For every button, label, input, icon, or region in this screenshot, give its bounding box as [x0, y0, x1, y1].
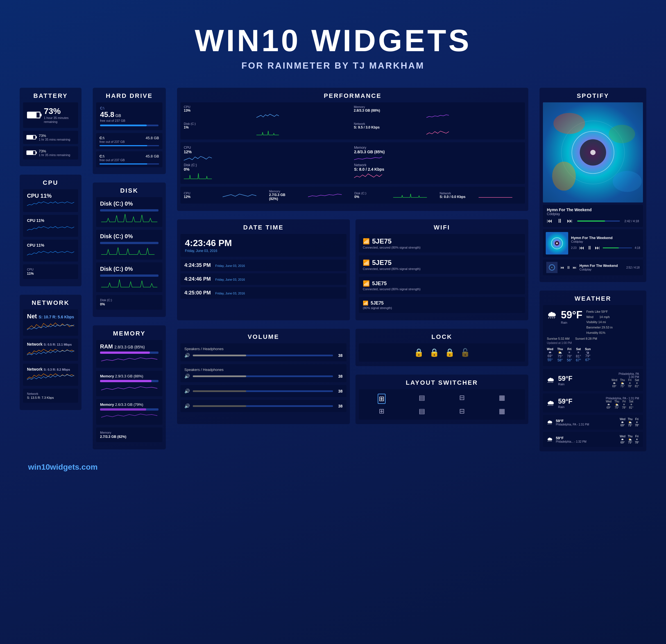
performance-section: PERFORMANCE CPU 13% Memory 2.8/3.3 GB (8…	[177, 88, 528, 211]
weather-sm-2-sat: Sat☀81°	[629, 400, 633, 409]
dt-sm-1-time: 4:24:35 PM	[185, 262, 211, 268]
spotify-prog-fill-lg	[577, 220, 605, 222]
spotify-time-lg: 2:42 / 4:18	[625, 219, 639, 223]
vol-1-bar[interactable]	[193, 355, 333, 356]
disk-bar-wrap-1	[100, 209, 158, 211]
mem-widget-1: RAM 2.8/3.3 GB (85%)	[96, 340, 162, 368]
wifi-ssid-4: 5JE75	[371, 301, 384, 306]
spotify-med-info: Hymn For The Weekend Coldplay 2:23 ⏮ ⏸ ⏭…	[571, 236, 640, 251]
weather-bar-1: 🌧 59°F Philadelphia, PA - 1:31 PM Wed🌧69…	[543, 415, 643, 430]
spotify-sm-next-btn[interactable]: ⏭	[573, 265, 577, 270]
mem-val-4: 2.7/3.3 GB (82%)	[100, 435, 158, 439]
weather-big-condition: Rain	[561, 321, 582, 324]
spotify-med-play-btn[interactable]: ⏸	[587, 245, 592, 251]
mem-bar-2	[100, 380, 158, 382]
cpu-widget-1: CPU 11%	[23, 189, 78, 212]
weather-bar-1-icon: 🌧	[547, 419, 553, 426]
perf-3-net-label: Network	[440, 191, 466, 195]
weather-sm-2: 🌧 59°F Rain Philadelphia, PA - 1:31 PM W…	[543, 393, 643, 412]
weather-title: WEATHER	[543, 295, 643, 302]
vol-widget-3: 🔊 38	[180, 385, 347, 397]
dt-sm-2-time: 4:24:46 PM	[185, 276, 211, 282]
spotify-med-time-l: 2:23	[571, 247, 576, 250]
perf-3-disk-label: Disk (C:)	[354, 191, 381, 195]
cpu-label-3: CPU 11%	[27, 243, 74, 248]
spotify-med-prev-btn[interactable]: ⏮	[579, 245, 584, 251]
footer-url: win10widgets.com	[28, 463, 98, 471]
disk-widget-2: Disk (C:) 0%	[96, 230, 162, 259]
perf-1-mem: Memory 2.8/3.3 GB (88%)	[354, 105, 522, 120]
hd-big-sub: free out of 237 GB	[100, 119, 158, 122]
lock-icon-3[interactable]: 🔒	[445, 348, 455, 357]
mem-widget-2: Memory 2.9/3.3 GB (88%)	[96, 371, 162, 396]
layout-icon-2[interactable]: ▤	[419, 394, 425, 404]
weather-sm-1-thu: Thu⛅75°	[620, 378, 625, 388]
lock-icon-4[interactable]: 🔓	[460, 348, 470, 357]
wifi-name-2: 📶 5JE75	[363, 259, 521, 267]
weather-sm-1-temp: 59°F	[558, 375, 573, 383]
lock-icon-2[interactable]: 🔒	[430, 348, 439, 357]
mem-chart-3	[100, 412, 158, 420]
layout-icon-6[interactable]: ▤	[419, 407, 425, 415]
spotify-sm-prev-btn[interactable]: ⏮	[560, 265, 564, 270]
vol-2-label: Speakers / Headphones	[185, 368, 343, 372]
perf-1-disk-label: Disk (C:)	[184, 122, 352, 125]
wifi-widget-4: 📶 5JE75 (80% signal strength)	[359, 297, 525, 313]
wifi-sub-2: Connected, secured (80% signal strength)	[363, 267, 521, 271]
vol-4-fill	[193, 405, 246, 407]
net-label-3: Network S: 0.3 R: 8.2 Mbps	[27, 367, 74, 372]
layout-icon-1[interactable]: ⊞	[378, 394, 386, 404]
hd-sm-2-sub: free out of 237 GB	[100, 158, 159, 162]
vol-4-bar[interactable]	[193, 405, 333, 407]
layout-icon-5[interactable]: ⊞	[379, 407, 384, 415]
vol-3-num: 38	[336, 389, 343, 393]
perf-1-cpu-label: CPU	[184, 105, 352, 108]
mem-label-1: RAM 2.8/3.3 GB (85%)	[100, 343, 158, 350]
weather-sm-2-thu: Thu⛅75°	[614, 400, 619, 409]
lock-widget: 🔒 🔒 🔒 🔓	[359, 343, 525, 362]
layout-icon-4[interactable]: ▦	[499, 394, 505, 404]
lock-icon-1[interactable]: 🔒	[414, 348, 424, 357]
perf-1-mem-label: Memory	[354, 105, 522, 108]
battery-sm-2-info: 73% 1 hr 35 mins remaining	[39, 149, 70, 157]
weather-bar-1-info: 59°F Philadelphia, PA - 1:31 PM	[556, 419, 589, 426]
spotify-sm-artist: Coldplay	[579, 268, 623, 271]
disk-label-1: Disk (C:) 0%	[100, 201, 158, 207]
vol-2-bar[interactable]	[193, 375, 333, 377]
layout-title: LAYOUT SWITCHER	[359, 379, 525, 386]
spotify-sm-play-btn[interactable]: ⏸	[566, 265, 571, 270]
spotify-next-btn-lg[interactable]: ⏭	[567, 218, 573, 224]
weather-sunset: Sunset 8:28 PM	[575, 337, 597, 340]
layout-icon-3[interactable]: ⊟	[459, 394, 465, 404]
main-grid: BATTERY 73% 1 hour 35 minutes remaining …	[11, 88, 655, 451]
dt-big-time: 4:23:46 PM	[185, 238, 342, 248]
battery-fill-sm-2	[27, 151, 33, 154]
weather-sm-2-temp: 59°F	[558, 397, 573, 405]
perf-3-cpu-label: CPU	[184, 191, 210, 195]
net-label-2: Network S: 0.5 R: 13.1 Mbps	[27, 342, 74, 346]
spotify-sm-track: Hymn For The Weekend	[579, 264, 623, 268]
subtitle-bold: BY TJ MARKHAM	[335, 61, 425, 71]
album-art-med	[546, 232, 568, 255]
layout-icon-8[interactable]: ▦	[499, 407, 505, 415]
disk-widget-4: Disk (C:) 0%	[96, 295, 162, 310]
layout-section: LAYOUT SWITCHER ⊞ ▤ ⊟ ▦ ⊞ ▤ ⊟ ▦	[355, 375, 528, 424]
weather-sm-1-forecast: Wed🌧69° Thu⛅75° Fri☀78° Sat☀81°	[612, 378, 639, 388]
hd-big-bar	[100, 124, 158, 126]
weather-bar-2: 🌧 59°F Philadelphia... - 1:32 PM Wed🌧69°…	[543, 432, 643, 447]
main-title: WIN10 WIDGETS	[11, 22, 655, 58]
perf-1-net-label: Network	[354, 122, 522, 125]
spotify-med-next-btn[interactable]: ⏭	[595, 245, 600, 251]
perf-2-disk: Disk (C:) 0%	[184, 163, 351, 181]
layout-icon-7[interactable]: ⊟	[459, 407, 465, 415]
weather-sm-1-wed: Wed🌧69°	[612, 378, 617, 388]
vol-3-bar[interactable]	[193, 390, 333, 392]
net-widget-1: Net S: 10.7 R: 5.6 Kbps	[23, 309, 78, 336]
perf-2-cpu-label: CPU	[184, 146, 351, 150]
title-bold: WIDGETS	[311, 23, 471, 58]
spotify-prev-btn-lg[interactable]: ⏮	[547, 218, 553, 224]
hd-big-unit: GB	[115, 113, 121, 118]
wifi-name-3: 📶 5JE75	[363, 280, 521, 287]
wbar2-thu: Thu⛅75°	[628, 435, 633, 444]
spotify-play-btn-lg[interactable]: ⏸	[557, 218, 563, 224]
